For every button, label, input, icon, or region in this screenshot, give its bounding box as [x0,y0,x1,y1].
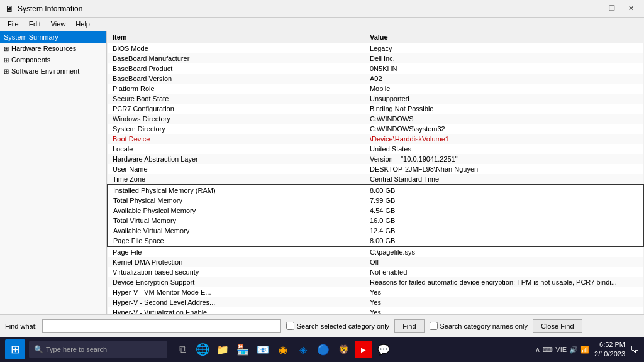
system-info-table: Item Value BIOS ModeLegacyBaseBoard Manu… [107,31,644,314]
taskbar-icon-edge2[interactable]: ◈ [294,341,312,358]
table-cell-value: 8.00 GB [365,185,643,195]
menu-edit[interactable]: Edit [24,19,46,30]
table-row: Hyper-V - VM Monitor Mode E...Yes [108,287,643,297]
table-cell-item: Total Virtual Memory [108,216,365,226]
taskbar-icon-chrome[interactable]: 🔵 [314,341,332,358]
taskbar-clock[interactable]: 6:52 PM 2/10/2023 [594,340,625,359]
table-cell-item: Installed Physical Memory (RAM) [108,185,365,195]
table-row: Time ZoneCentral Standard Time [108,174,643,185]
table-row: Page File Space8.00 GB [108,236,643,246]
expand-icon: ⊞ [4,45,9,52]
main-content: System Summary ⊞ Hardware Resources ⊞ Co… [0,31,644,314]
table-row: LocaleUnited States [108,144,643,154]
table-cell-item: Windows Directory [108,114,365,124]
taskbar-icon-file-explorer[interactable]: 📁 [214,341,231,358]
table-row: Platform RoleMobile [108,84,643,94]
system-tray: ∧ ⌨ VIE 🔊 📶 [535,346,589,354]
taskbar-right: ∧ ⌨ VIE 🔊 📶 6:52 PM 2/10/2023 🗨 [535,340,639,359]
col-item: Item [108,31,365,43]
table-cell-item: BaseBoard Manufacturer [108,53,365,63]
taskbar-icon-task-view[interactable]: ⧉ [174,341,191,358]
table-cell-value: 0N5KHN [365,63,643,74]
table-cell-value: Yes [365,307,643,314]
taskbar-icon-video[interactable]: ▶ [355,341,372,358]
title-bar: 🖥 System Information ─ ❐ ✕ [0,0,644,18]
table-cell-item: Device Encryption Support [108,277,365,287]
taskbar-icon-mail[interactable]: 📧 [254,341,272,358]
table-cell-item: Page File Space [108,236,365,246]
restore-button[interactable]: ❐ [604,3,620,15]
table-cell-value: 8.00 GB [365,236,643,246]
sidebar-item-components[interactable]: ⊞ Components [0,54,106,65]
search-icon: 🔍 [34,345,43,354]
table-cell-item: BIOS Mode [108,43,365,54]
table-cell-item: Hyper-V - Virtualization Enable... [108,307,365,314]
window-title: System Information [18,4,585,13]
taskbar-icon-edge[interactable]: 🌐 [194,341,211,358]
table-cell-value: Not enabled [365,267,643,277]
menu-help[interactable]: Help [70,19,95,30]
close-button[interactable]: ✕ [623,3,639,15]
info-table-container[interactable]: Item Value BIOS ModeLegacyBaseBoard Manu… [107,31,644,314]
sidebar-item-hardware-resources[interactable]: ⊞ Hardware Resources [0,43,106,54]
menu-view[interactable]: View [46,19,71,30]
search-placeholder: Type here to search [46,346,107,353]
table-row: BaseBoard VersionA02 [108,74,643,84]
table-cell-value: Central Standard Time [365,174,643,185]
start-button[interactable]: ⊞ [5,339,25,359]
table-row: Secure Boot StateUnsupported [108,94,643,104]
table-cell-value: Legacy [365,43,643,54]
table-cell-value: Reasons for failed automatic device encr… [365,277,643,287]
tray-language: VIE [555,346,567,353]
table-row: Installed Physical Memory (RAM)8.00 GB [108,185,643,195]
sidebar-label: System Summary [4,33,58,41]
table-cell-value: C:\WINDOWS [365,114,643,124]
search-category-checkbox[interactable] [430,322,438,330]
table-cell-item: Kernel DMA Protection [108,257,365,267]
table-cell-value: Version = "10.0.19041.2251" [365,154,643,164]
table-row: BaseBoard Product0N5KHN [108,63,643,74]
sidebar-item-software-environment[interactable]: ⊞ Software Environment [0,65,106,77]
table-cell-value: 7.99 GB [365,195,643,206]
table-cell-value: C:\WINDOWS\system32 [365,124,643,134]
menu-file[interactable]: File [3,19,24,30]
table-row: Boot Device\Device\HarddiskVolume1 [108,134,643,144]
taskbar-icon-photo[interactable]: ◉ [274,341,292,358]
table-cell-value: Binding Not Possible [365,104,643,114]
find-button[interactable]: Find [394,319,424,333]
table-row: Device Encryption SupportReasons for fai… [108,277,643,287]
taskbar-icon-brave[interactable]: 🦁 [335,341,352,358]
table-cell-item: Secure Boot State [108,94,365,104]
tray-keyboard: ⌨ [543,346,553,354]
table-row: PCR7 ConfigurationBinding Not Possible [108,104,643,114]
find-input[interactable] [42,319,281,333]
search-category-label: Search category names only [430,322,528,330]
table-cell-item: BaseBoard Product [108,63,365,74]
table-row: BIOS ModeLegacy [108,43,643,54]
table-cell-item: BaseBoard Version [108,74,365,84]
table-cell-item: Available Physical Memory [108,206,365,216]
table-cell-item: Hyper-V - Second Level Addres... [108,297,365,307]
taskbar-icon-store[interactable]: 🏪 [234,341,252,358]
tray-chevron[interactable]: ∧ [535,346,540,354]
table-cell-item: Platform Role [108,84,365,94]
notification-icon[interactable]: 🗨 [630,344,639,354]
table-cell-value: 4.54 GB [365,206,643,216]
table-cell-value: Dell Inc. [365,53,643,63]
table-cell-item: User Name [108,164,365,174]
close-find-button[interactable]: Close Find [533,319,582,333]
table-cell-item: Time Zone [108,174,365,185]
minimize-button[interactable]: ─ [585,3,601,15]
table-cell-item: Total Physical Memory [108,195,365,206]
info-panel: Item Value BIOS ModeLegacyBaseBoard Manu… [107,31,644,314]
clock-date: 2/10/2023 [594,349,625,359]
table-cell-value: Yes [365,287,643,297]
search-selected-checkbox[interactable] [286,322,294,330]
table-cell-item: Virtualization-based security [108,267,365,277]
window-controls: ─ ❐ ✕ [585,3,639,15]
sidebar-label: Components [11,56,50,63]
sidebar-item-system-summary[interactable]: System Summary [0,31,106,43]
table-row: Virtualization-based securityNot enabled [108,267,643,277]
taskbar-search[interactable]: 🔍 Type here to search [29,341,167,358]
taskbar-icon-teams[interactable]: 💬 [375,341,392,358]
